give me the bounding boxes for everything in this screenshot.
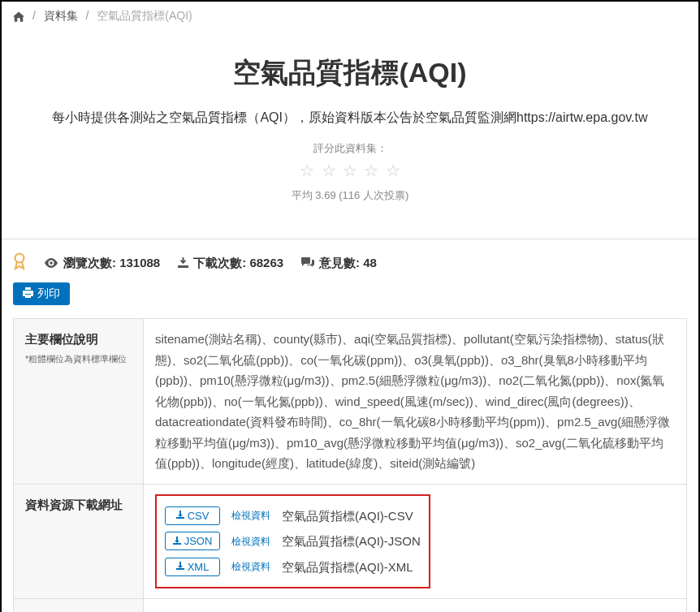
- download-icon: [173, 537, 181, 546]
- breadcrumb: / 資料集 / 空氣品質指標(AQI): [2, 2, 698, 30]
- view-link-json[interactable]: 檢視資料: [231, 533, 270, 550]
- comments-text: 意見數: 48: [319, 256, 377, 271]
- home-icon[interactable]: [13, 8, 24, 22]
- rating-stars[interactable]: ☆ ☆ ☆ ☆ ☆: [18, 161, 682, 180]
- comments-icon: [301, 256, 314, 270]
- download-row-json: JSON 檢視資料 空氣品質指標(AQI)-JSON: [165, 531, 421, 552]
- page-title: 空氣品質指標(AQI): [18, 54, 682, 92]
- print-icon: [23, 287, 33, 300]
- main-columns-label: 主要欄位說明 *粗體欄位為資料標準欄位: [14, 319, 144, 485]
- star-icon[interactable]: ☆: [343, 161, 357, 180]
- main-columns-value: sitename(測站名稱)、county(縣市)、aqi(空氣品質指標)、po…: [144, 319, 687, 485]
- breadcrumb-separator: /: [86, 9, 89, 22]
- download-row-csv: CSV 檢視資料 空氣品質指標(AQI)-CSV: [165, 506, 421, 527]
- rating-label: 評分此資料集：: [18, 141, 682, 156]
- resource-name-json: 空氣品質指標(AQI)-JSON: [282, 531, 421, 552]
- download-icon: [178, 256, 188, 270]
- svg-point-1: [50, 261, 53, 265]
- star-icon[interactable]: ☆: [300, 161, 314, 180]
- star-icon[interactable]: ☆: [322, 161, 336, 180]
- xml-button[interactable]: XML: [165, 558, 220, 576]
- breadcrumb-separator: /: [32, 9, 36, 22]
- downloads-text: 下載次數: 68263: [193, 256, 283, 271]
- star-icon[interactable]: ☆: [386, 161, 400, 180]
- breadcrumb-datasets[interactable]: 資料集: [44, 9, 78, 22]
- download-icon: [176, 511, 184, 520]
- downloads-stat: 下載次數: 68263: [178, 256, 283, 271]
- eye-icon: [44, 256, 58, 270]
- download-label: 資料資源下載網址: [14, 484, 144, 599]
- download-highlight: CSV 檢視資料 空氣品質指標(AQI)-CSV JSON 檢視資料: [155, 494, 430, 589]
- download-icon: [176, 562, 184, 571]
- rating-text: 平均 3.69 (116 人次投票): [18, 188, 682, 203]
- resource-name-csv: 空氣品質指標(AQI)-CSV: [282, 506, 413, 527]
- resource-name-xml: 空氣品質指標(AQI)-XML: [282, 557, 413, 578]
- view-link-xml[interactable]: 檢視資料: [231, 558, 270, 575]
- views-stat: 瀏覽次數: 131088: [44, 256, 160, 271]
- page-subtitle: 每小時提供各測站之空氣品質指標（AQI），原始資料版本公告於空氣品質監測網htt…: [18, 110, 682, 127]
- csv-button[interactable]: CSV: [165, 506, 220, 525]
- download-value: CSV 檢視資料 空氣品質指標(AQI)-CSV JSON 檢視資料: [144, 484, 687, 599]
- provider-label: 提供機關: [14, 599, 144, 613]
- views-text: 瀏覽次數: 131088: [63, 256, 160, 271]
- print-label: 列印: [37, 287, 60, 301]
- download-row-xml: XML 檢視資料 空氣品質指標(AQI)-XML: [165, 557, 421, 578]
- star-icon[interactable]: ☆: [364, 161, 378, 180]
- stats-row: 瀏覽次數: 131088 下載次數: 68263 意見數: 48: [13, 252, 687, 274]
- main-columns-note: *粗體欄位為資料標準欄位: [25, 351, 132, 367]
- view-link-csv[interactable]: 檢視資料: [231, 507, 270, 524]
- info-table: 主要欄位說明 *粗體欄位為資料標準欄位 sitename(測站名稱)、count…: [13, 318, 687, 612]
- breadcrumb-current: 空氣品質指標(AQI): [97, 9, 192, 22]
- json-button[interactable]: JSON: [165, 532, 220, 550]
- award-icon: [13, 252, 26, 274]
- print-button[interactable]: 列印: [13, 282, 70, 305]
- comments-stat: 意見數: 48: [301, 256, 377, 271]
- header-area: 空氣品質指標(AQI) 每小時提供各測站之空氣品質指標（AQI），原始資料版本公…: [2, 30, 698, 239]
